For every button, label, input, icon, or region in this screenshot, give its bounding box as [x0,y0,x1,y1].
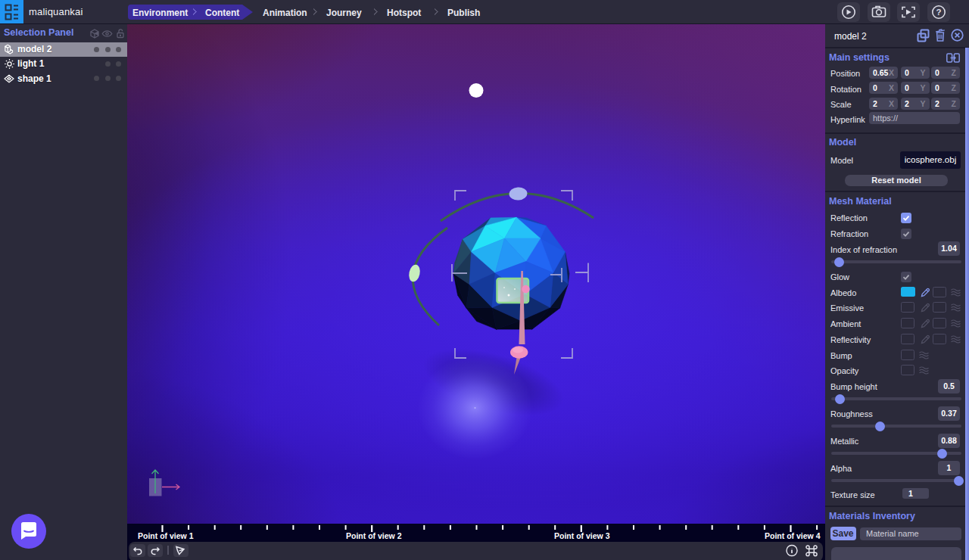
svg-text:?: ? [936,8,941,17]
